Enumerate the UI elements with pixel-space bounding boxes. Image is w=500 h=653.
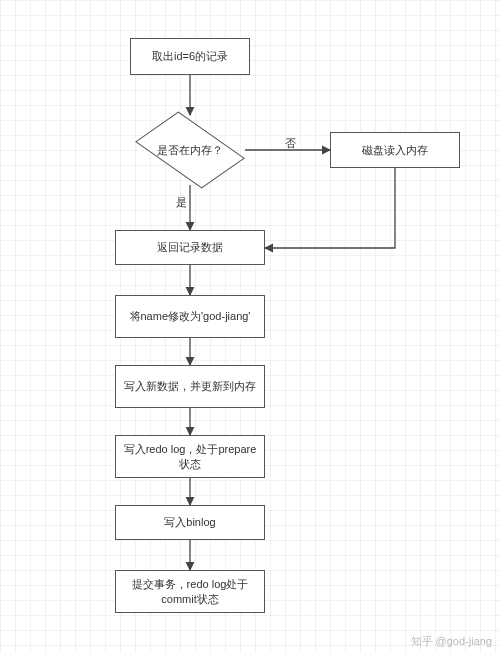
node-label: 写入新数据，并更新到内存	[124, 379, 256, 393]
node-write-binlog: 写入binlog	[115, 505, 265, 540]
node-update-name: 将name修改为'god-jiang'	[115, 295, 265, 338]
node-load-from-disk: 磁盘读入内存	[330, 132, 460, 168]
node-decision-in-memory: 是否在内存？	[135, 115, 245, 185]
node-label: 是否在内存？	[157, 143, 223, 158]
edge-label-no: 否	[285, 136, 296, 151]
watermark: 知乎 @god-jiang	[411, 634, 492, 649]
node-label: 写入redo log，处于prepare状态	[122, 442, 258, 471]
node-label: 写入binlog	[164, 515, 215, 529]
node-label: 取出id=6的记录	[152, 49, 228, 63]
node-label: 将name修改为'god-jiang'	[130, 309, 251, 323]
node-write-new-data: 写入新数据，并更新到内存	[115, 365, 265, 408]
node-return-record: 返回记录数据	[115, 230, 265, 265]
node-label: 磁盘读入内存	[362, 143, 428, 157]
node-label: 返回记录数据	[157, 240, 223, 254]
node-write-redo-log-prepare: 写入redo log，处于prepare状态	[115, 435, 265, 478]
node-fetch-record: 取出id=6的记录	[130, 38, 250, 75]
node-label: 提交事务，redo log处于commit状态	[122, 577, 258, 606]
edge-label-yes: 是	[176, 195, 187, 210]
node-commit: 提交事务，redo log处于commit状态	[115, 570, 265, 613]
